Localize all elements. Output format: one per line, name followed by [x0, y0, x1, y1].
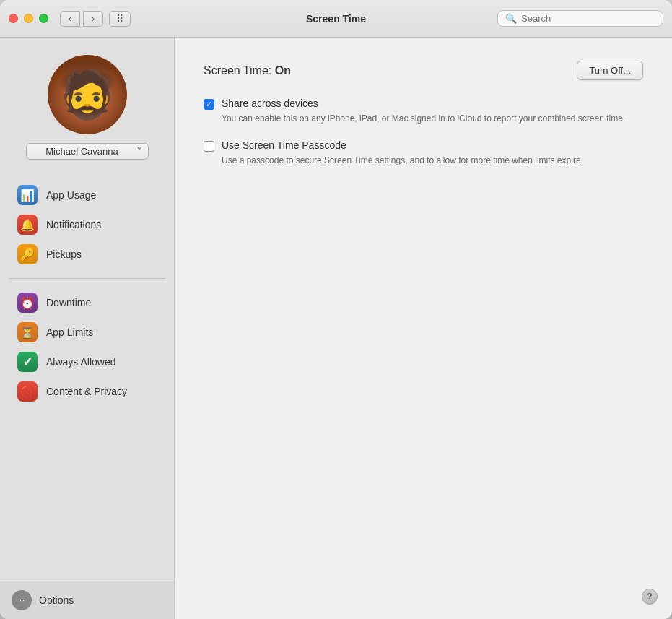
- user-select[interactable]: Michael Cavanna: [26, 143, 149, 160]
- sidebar-item-app-usage[interactable]: 📊 App Usage: [6, 181, 168, 209]
- downtime-icon: ⏰: [17, 293, 38, 313]
- options-icon: ···: [12, 590, 32, 610]
- always-allowed-icon: ✓: [17, 352, 38, 372]
- user-select-wrapper[interactable]: Michael Cavanna: [26, 134, 149, 160]
- passcode-desc: Use a passcode to secure Screen Time set…: [222, 154, 583, 167]
- sidebar-section-top: 📊 App Usage 🔔 Notifications 🔑 Pickups: [0, 177, 174, 272]
- search-input[interactable]: [521, 13, 655, 24]
- window-title: Screen Time: [306, 13, 366, 25]
- sidebar: 🧔 Michael Cavanna 📊 App Usage 🔔 Notifica: [0, 38, 175, 619]
- avatar: 🧔: [48, 55, 127, 134]
- sidebar-divider: [9, 278, 165, 279]
- share-across-checkbox-wrapper[interactable]: ✓: [204, 99, 214, 110]
- share-across-title: Share across devices: [222, 98, 625, 109]
- passcode-text: Use Screen Time Passcode Use a passcode …: [222, 139, 583, 167]
- passcode-title: Use Screen Time Passcode: [222, 139, 583, 151]
- share-across-row: ✓ Share across devices You can enable th…: [204, 98, 643, 125]
- sidebar-item-downtime[interactable]: ⏰ Downtime: [6, 288, 168, 317]
- nav-buttons: ‹ ›: [60, 11, 103, 27]
- passcode-checkbox[interactable]: [204, 141, 214, 152]
- content-privacy-icon: 🚫: [17, 381, 38, 402]
- sidebar-item-label: Always Allowed: [46, 356, 116, 368]
- pickups-icon: 🔑: [17, 244, 38, 264]
- sidebar-footer[interactable]: ··· Options: [0, 581, 174, 619]
- sidebar-item-label: Notifications: [46, 219, 101, 230]
- sidebar-item-always-allowed[interactable]: ✓ Always Allowed: [6, 347, 168, 376]
- options-icon-label: ···: [19, 596, 24, 605]
- content-area: 🧔 Michael Cavanna 📊 App Usage 🔔 Notifica: [0, 38, 672, 619]
- main-window: ‹ › ⠿ Screen Time 🔍 🧔 Michael Cavanna: [0, 0, 672, 619]
- traffic-lights: [9, 14, 48, 23]
- titlebar: ‹ › ⠿ Screen Time 🔍: [0, 0, 672, 38]
- search-icon: 🔍: [505, 13, 517, 24]
- screen-time-header: Screen Time: On Turn Off...: [204, 61, 643, 80]
- close-button[interactable]: [9, 14, 18, 23]
- back-button[interactable]: ‹: [60, 11, 80, 27]
- minimize-button[interactable]: [24, 14, 33, 23]
- app-usage-icon: 📊: [17, 185, 38, 205]
- sidebar-item-label: Content & Privacy: [46, 386, 127, 397]
- passcode-checkbox-wrapper[interactable]: [204, 141, 214, 152]
- grid-button[interactable]: ⠿: [109, 11, 131, 27]
- sidebar-item-label: Pickups: [46, 248, 82, 260]
- sidebar-item-label: App Usage: [46, 189, 96, 201]
- screen-time-status: Screen Time: On: [204, 64, 291, 77]
- turn-off-button[interactable]: Turn Off...: [577, 61, 643, 80]
- share-across-text: Share across devices You can enable this…: [222, 98, 625, 125]
- sidebar-item-app-limits[interactable]: ⏳ App Limits: [6, 318, 168, 347]
- share-across-desc: You can enable this on any iPhone, iPad,…: [222, 112, 625, 125]
- app-limits-icon: ⏳: [17, 322, 38, 342]
- notifications-icon: 🔔: [17, 215, 38, 235]
- share-across-checkbox[interactable]: ✓: [204, 99, 214, 110]
- forward-button[interactable]: ›: [83, 11, 103, 27]
- sidebar-profile: 🧔 Michael Cavanna: [0, 38, 174, 171]
- passcode-row: Use Screen Time Passcode Use a passcode …: [204, 139, 643, 167]
- help-button[interactable]: ?: [642, 589, 658, 605]
- sidebar-item-label: App Limits: [46, 326, 93, 338]
- sidebar-item-label: Downtime: [46, 297, 91, 308]
- search-bar[interactable]: 🔍: [497, 10, 663, 27]
- sidebar-item-content-privacy[interactable]: 🚫 Content & Privacy: [6, 377, 168, 406]
- sidebar-item-notifications[interactable]: 🔔 Notifications: [6, 210, 168, 239]
- sidebar-item-pickups[interactable]: 🔑 Pickups: [6, 240, 168, 269]
- sidebar-section-bottom: ⏰ Downtime ⏳ App Limits ✓ Always Allowed…: [0, 285, 174, 410]
- sidebar-nav: 📊 App Usage 🔔 Notifications 🔑 Pickups: [0, 171, 174, 581]
- options-label: Options: [39, 594, 74, 606]
- maximize-button[interactable]: [39, 14, 48, 23]
- main-panel: Screen Time: On Turn Off... ✓ Share acro…: [175, 38, 672, 619]
